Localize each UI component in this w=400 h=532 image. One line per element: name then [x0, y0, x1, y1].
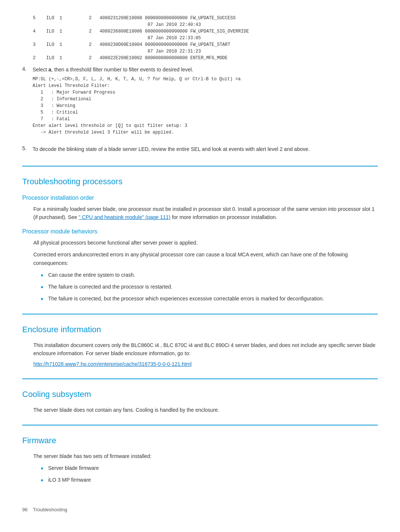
step-5: 5. To decode the blinking state of a bla… — [22, 145, 378, 155]
firmware-bullet-text-1: Server blade firmware — [48, 464, 99, 472]
page-number: 96 — [22, 507, 27, 512]
firmware-section — [22, 425, 378, 425]
enclosure-information-heading: Enclosure information — [22, 325, 378, 336]
firmware-bullet-1: • Server blade firmware — [41, 464, 378, 473]
processor-behaviors-bullets: • Can cause the entire system to crash. … — [41, 271, 378, 303]
cooling-subsystem-heading: Cooling subsystem — [22, 390, 378, 401]
bullet-text-3: The failure is corrected, but the proces… — [48, 294, 324, 303]
firmware-body: The server blade has two sets of firmwar… — [33, 452, 378, 460]
footer-label: Troubleshooting — [33, 507, 67, 512]
firmware-heading: Firmware — [22, 436, 378, 447]
enclosure-body: This installation document covers only t… — [33, 341, 378, 358]
processor-installation-link[interactable]: " CPU and heatsink module" (page 111) — [79, 214, 170, 220]
enclosure-information-section — [22, 314, 378, 314]
step-number-5: 5. — [22, 145, 30, 155]
step-4-content: Select a, then a threshold filter number… — [33, 66, 378, 140]
step-5-text: To decode the blinking state of a blade … — [33, 145, 378, 153]
processor-module-behaviors-heading: Processor module behaviors — [22, 228, 378, 235]
step-4-text: Select a, then a threshold filter number… — [33, 66, 378, 74]
step-4-bold: a — [49, 67, 51, 73]
processor-behaviors-para1: All physical processors become functiona… — [33, 239, 378, 247]
processor-installation-order-heading: Processor installation order — [22, 195, 378, 201]
cooling-body: The server blade does not contain any fa… — [33, 406, 378, 414]
enclosure-link-wrapper: http://h71028.www7.hp.com/enterprise/cac… — [33, 360, 378, 368]
bullet-dot-3: • — [41, 294, 45, 303]
enclosure-link[interactable]: http://h71028.www7.hp.com/enterprise/cac… — [33, 361, 191, 367]
code-table: 5 ILO 1 2 4080231200E10008 0000000000000… — [22, 15, 378, 61]
processor-installation-text2: for more information on processor instal… — [170, 214, 277, 220]
bullet-item-deconfiguration: • The failure is corrected, but the proc… — [41, 294, 378, 303]
firmware-bullet-2: • iLO 3 MP firmware — [41, 476, 378, 485]
troubleshooting-processors-section — [22, 166, 378, 166]
processor-installation-order-body: For a minimally loaded server blade, one… — [33, 205, 378, 222]
page-footer: 96 Troubleshooting — [22, 507, 378, 512]
bullet-item-crash: • Can cause the entire system to crash. — [41, 271, 378, 280]
step-4-code: MP:SL (+,-,<CR>,D, F, L, J, H, K, T, A, … — [33, 76, 378, 136]
step-4: 4. Select a, then a threshold filter num… — [22, 66, 378, 140]
bullet-text-2: The failure is corrected and the process… — [48, 283, 172, 291]
processor-behaviors-para2: Corrected errors anduncorrected errors i… — [33, 250, 378, 267]
firmware-bullets: • Server blade firmware • iLO 3 MP firmw… — [41, 464, 378, 485]
bullet-dot-1: • — [41, 271, 45, 280]
troubleshooting-processors-heading: Troubleshooting processors — [22, 177, 378, 188]
bullet-text-1: Can cause the entire system to crash. — [48, 271, 135, 279]
bullet-item-restarted: • The failure is corrected and the proce… — [41, 283, 378, 292]
firmware-bullet-dot-2: • — [41, 476, 45, 485]
step-5-content: To decode the blinking state of a blade … — [33, 145, 378, 155]
cooling-subsystem-section — [22, 378, 378, 379]
firmware-bullet-dot-1: • — [41, 464, 45, 473]
bullet-dot-2: • — [41, 283, 45, 292]
step-number-4: 4. — [22, 66, 30, 140]
firmware-bullet-text-2: iLO 3 MP firmware — [48, 476, 91, 484]
